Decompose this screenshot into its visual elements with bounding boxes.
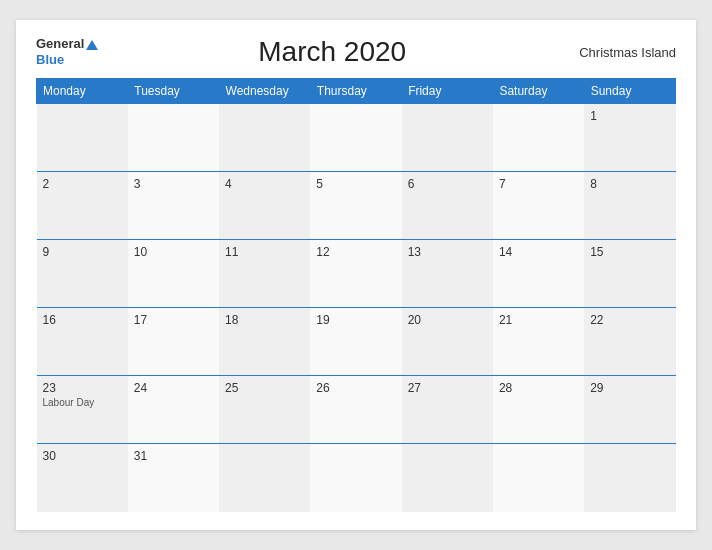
day-cell: 31 — [128, 444, 219, 512]
day-cell: 11 — [219, 240, 310, 308]
day-number: 21 — [499, 313, 578, 327]
day-number: 2 — [43, 177, 122, 191]
calendar-container: General Blue March 2020 Christmas Island… — [16, 20, 696, 530]
day-header-wednesday: Wednesday — [219, 79, 310, 104]
day-cell — [402, 444, 493, 512]
day-number: 25 — [225, 381, 304, 395]
day-cell — [493, 444, 584, 512]
day-cell: 29 — [584, 376, 675, 444]
day-number: 1 — [590, 109, 669, 123]
day-cell: 4 — [219, 172, 310, 240]
day-number: 14 — [499, 245, 578, 259]
day-cell: 8 — [584, 172, 675, 240]
logo: General Blue — [36, 36, 98, 67]
day-cell — [219, 104, 310, 172]
day-cell — [493, 104, 584, 172]
days-header-row: MondayTuesdayWednesdayThursdayFridaySatu… — [37, 79, 676, 104]
day-cell: 14 — [493, 240, 584, 308]
day-cell: 22 — [584, 308, 675, 376]
day-cell — [402, 104, 493, 172]
day-number: 26 — [316, 381, 395, 395]
day-number: 28 — [499, 381, 578, 395]
day-cell: 15 — [584, 240, 675, 308]
logo-blue-text: Blue — [36, 52, 98, 68]
day-number: 19 — [316, 313, 395, 327]
day-cell — [128, 104, 219, 172]
day-number: 15 — [590, 245, 669, 259]
day-number: 13 — [408, 245, 487, 259]
day-cell: 21 — [493, 308, 584, 376]
day-cell: 18 — [219, 308, 310, 376]
day-cell: 7 — [493, 172, 584, 240]
day-number: 4 — [225, 177, 304, 191]
week-row-6: 3031 — [37, 444, 676, 512]
day-cell: 20 — [402, 308, 493, 376]
day-number: 17 — [134, 313, 213, 327]
day-cell: 26 — [310, 376, 401, 444]
day-header-thursday: Thursday — [310, 79, 401, 104]
week-row-2: 2345678 — [37, 172, 676, 240]
calendar-table: MondayTuesdayWednesdayThursdayFridaySatu… — [36, 78, 676, 512]
day-cell: 6 — [402, 172, 493, 240]
day-number: 12 — [316, 245, 395, 259]
day-header-sunday: Sunday — [584, 79, 675, 104]
day-cell: 17 — [128, 308, 219, 376]
logo-triangle-icon — [86, 40, 98, 50]
day-number: 23 — [43, 381, 122, 395]
logo-general-text: General — [36, 36, 98, 52]
day-cell: 5 — [310, 172, 401, 240]
calendar-header: General Blue March 2020 Christmas Island — [36, 36, 676, 68]
day-cell: 19 — [310, 308, 401, 376]
day-cell: 16 — [37, 308, 128, 376]
day-number: 22 — [590, 313, 669, 327]
day-cell: 13 — [402, 240, 493, 308]
day-number: 5 — [316, 177, 395, 191]
day-number: 6 — [408, 177, 487, 191]
day-number: 27 — [408, 381, 487, 395]
day-number: 7 — [499, 177, 578, 191]
calendar-title: March 2020 — [98, 36, 566, 68]
day-cell: 30 — [37, 444, 128, 512]
day-cell — [219, 444, 310, 512]
day-number: 3 — [134, 177, 213, 191]
day-number: 31 — [134, 449, 213, 463]
day-header-monday: Monday — [37, 79, 128, 104]
day-cell: 25 — [219, 376, 310, 444]
day-number: 18 — [225, 313, 304, 327]
week-row-4: 16171819202122 — [37, 308, 676, 376]
day-cell: 12 — [310, 240, 401, 308]
day-cell: 28 — [493, 376, 584, 444]
day-number: 16 — [43, 313, 122, 327]
day-number: 20 — [408, 313, 487, 327]
day-number: 24 — [134, 381, 213, 395]
day-cell — [310, 444, 401, 512]
day-cell: 3 — [128, 172, 219, 240]
day-number: 29 — [590, 381, 669, 395]
day-number: 9 — [43, 245, 122, 259]
day-header-tuesday: Tuesday — [128, 79, 219, 104]
day-cell — [37, 104, 128, 172]
day-cell — [310, 104, 401, 172]
day-number: 11 — [225, 245, 304, 259]
day-number: 8 — [590, 177, 669, 191]
day-cell: 10 — [128, 240, 219, 308]
day-header-friday: Friday — [402, 79, 493, 104]
day-cell: 9 — [37, 240, 128, 308]
region-label: Christmas Island — [566, 45, 676, 60]
day-cell: 23Labour Day — [37, 376, 128, 444]
holiday-label: Labour Day — [43, 397, 122, 408]
day-header-saturday: Saturday — [493, 79, 584, 104]
day-number: 10 — [134, 245, 213, 259]
day-cell: 2 — [37, 172, 128, 240]
day-cell: 27 — [402, 376, 493, 444]
day-cell: 24 — [128, 376, 219, 444]
week-row-1: 1 — [37, 104, 676, 172]
day-cell — [584, 444, 675, 512]
day-cell: 1 — [584, 104, 675, 172]
day-number: 30 — [43, 449, 122, 463]
week-row-3: 9101112131415 — [37, 240, 676, 308]
week-row-5: 23Labour Day242526272829 — [37, 376, 676, 444]
